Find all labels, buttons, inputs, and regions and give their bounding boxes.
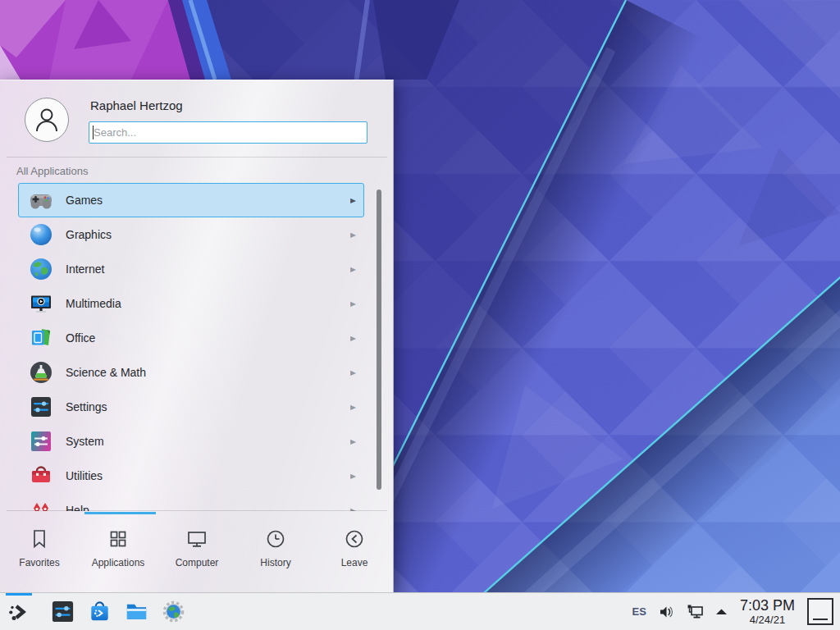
submenu-arrow-icon: ▶ bbox=[350, 438, 356, 445]
submenu-arrow-icon: ▶ bbox=[350, 335, 356, 342]
help-icon bbox=[28, 497, 54, 511]
category-label: Science & Math bbox=[66, 366, 146, 379]
list-scrollbar[interactable] bbox=[377, 189, 381, 490]
category-label: Internet bbox=[66, 262, 104, 276]
tab-computer[interactable]: Computer bbox=[158, 515, 236, 593]
taskbar-app-discover[interactable] bbox=[81, 593, 118, 630]
footer-divider bbox=[7, 510, 387, 511]
submenu-arrow-icon: ▶ bbox=[350, 404, 356, 411]
bookmark-icon bbox=[27, 527, 52, 551]
tab-leave[interactable]: Leave bbox=[315, 515, 394, 593]
keyboard-layout-indicator[interactable]: ES bbox=[632, 605, 646, 618]
multimedia-monitor-icon bbox=[28, 290, 54, 317]
office-document-icon bbox=[28, 325, 54, 351]
taskbar-app-browser[interactable] bbox=[155, 593, 192, 630]
category-label: Graphics bbox=[66, 228, 112, 241]
discover-bag-icon bbox=[87, 599, 112, 624]
tab-label: History bbox=[260, 557, 290, 568]
tab-label: Computer bbox=[176, 557, 219, 568]
tab-applications[interactable]: Applications bbox=[79, 515, 158, 593]
submenu-arrow-icon: ▶ bbox=[350, 197, 356, 204]
header-divider bbox=[7, 157, 387, 158]
category-label: Office bbox=[66, 331, 95, 345]
settings-sliders-icon bbox=[28, 394, 54, 420]
taskbar-panel: ES 7:03 PM 4/24/21 bbox=[0, 592, 840, 630]
browser-globe-icon bbox=[161, 599, 186, 624]
launcher-tabbar: Favorites Applications Computer bbox=[0, 515, 394, 593]
section-label: All Applications bbox=[16, 165, 88, 177]
category-utilities[interactable]: Utilities ▶ bbox=[18, 459, 364, 493]
category-internet[interactable]: Internet ▶ bbox=[18, 252, 364, 286]
tab-label: Leave bbox=[341, 557, 368, 568]
user-name: Raphael Hertzog bbox=[90, 98, 183, 112]
system-slider-icon bbox=[28, 428, 54, 454]
category-label: Multimedia bbox=[66, 297, 121, 310]
category-settings[interactable]: Settings ▶ bbox=[18, 390, 364, 424]
gamepad-icon bbox=[28, 187, 54, 213]
network-icon[interactable] bbox=[686, 603, 705, 621]
digital-clock[interactable]: 7:03 PM 4/24/21 bbox=[740, 598, 795, 626]
globe-icon bbox=[28, 256, 54, 282]
utilities-toolbox-icon bbox=[28, 463, 54, 489]
category-office[interactable]: Office ▶ bbox=[18, 321, 364, 355]
taskbar-app-system-settings[interactable] bbox=[44, 593, 81, 630]
user-avatar[interactable] bbox=[25, 98, 69, 142]
category-label: Settings bbox=[66, 400, 107, 413]
app-launcher-button[interactable] bbox=[0, 593, 38, 630]
application-launcher-popup: Raphael Hertzog All Applications Games ▶ bbox=[0, 80, 394, 592]
search-input[interactable] bbox=[89, 121, 368, 144]
submenu-arrow-icon: ▶ bbox=[350, 266, 356, 273]
clock-time: 7:03 PM bbox=[740, 598, 795, 614]
clock-date: 4/24/21 bbox=[740, 614, 795, 626]
system-settings-icon bbox=[50, 599, 75, 624]
submenu-arrow-icon: ▶ bbox=[350, 300, 356, 308]
leave-icon bbox=[342, 527, 367, 551]
tab-label: Applications bbox=[92, 557, 145, 568]
volume-icon[interactable] bbox=[657, 603, 675, 621]
text-caret bbox=[93, 126, 94, 139]
grid-icon bbox=[106, 527, 130, 551]
active-tab-indicator bbox=[84, 512, 156, 514]
category-list: Games ▶ Graphics ▶ bbox=[0, 183, 394, 511]
tab-label: Favorites bbox=[19, 557, 59, 568]
category-label: Games bbox=[66, 194, 103, 207]
science-flask-icon bbox=[28, 359, 54, 386]
tab-favorites[interactable]: Favorites bbox=[0, 515, 79, 593]
kde-launcher-icon bbox=[6, 599, 32, 625]
submenu-arrow-icon: ▶ bbox=[350, 472, 356, 480]
category-label: Utilities bbox=[66, 469, 103, 482]
monitor-icon bbox=[185, 527, 209, 551]
launcher-header: Raphael Hertzog bbox=[0, 80, 394, 157]
taskbar-app-file-manager[interactable] bbox=[118, 593, 155, 630]
category-system[interactable]: System ▶ bbox=[18, 424, 364, 459]
dolphin-folder-icon bbox=[124, 599, 149, 624]
clock-icon bbox=[263, 527, 288, 551]
submenu-arrow-icon: ▶ bbox=[350, 231, 356, 239]
active-app-indicator bbox=[6, 593, 32, 596]
category-games[interactable]: Games ▶ bbox=[18, 183, 364, 217]
tab-history[interactable]: History bbox=[236, 515, 315, 593]
user-icon bbox=[30, 103, 63, 136]
submenu-arrow-icon: ▶ bbox=[350, 369, 356, 377]
graphics-ball-icon bbox=[28, 221, 54, 248]
expand-arrow-icon[interactable] bbox=[715, 603, 728, 621]
category-multimedia[interactable]: Multimedia ▶ bbox=[18, 286, 364, 321]
show-desktop-button[interactable] bbox=[807, 598, 833, 625]
category-graphics[interactable]: Graphics ▶ bbox=[18, 217, 364, 252]
category-label: System bbox=[66, 435, 104, 448]
category-science-math[interactable]: Science & Math ▶ bbox=[18, 355, 364, 390]
system-tray: ES 7:03 PM 4/24/21 bbox=[632, 598, 840, 626]
category-help[interactable]: Help ▶ bbox=[18, 493, 364, 511]
